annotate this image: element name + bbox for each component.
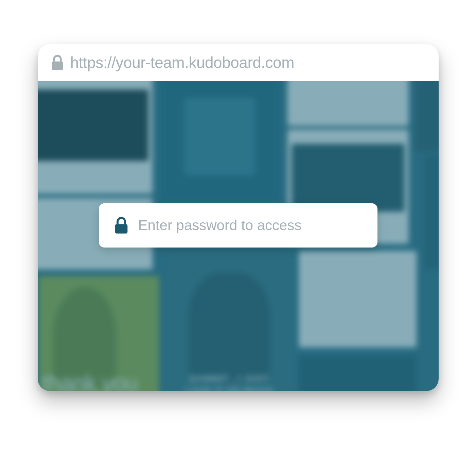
svg-rect-1 [115,224,127,234]
lock-icon [114,216,129,235]
url-bar: https://your-team.kudoboard.com [38,44,439,81]
svg-rect-0 [52,62,63,70]
password-prompt [99,203,377,248]
url-text: https://your-team.kudoboard.com [70,53,295,72]
content-area: thank you DAMMIT , I JUST LOVE IT SO MUC… [38,81,439,391]
browser-window: https://your-team.kudoboard.com [38,44,439,391]
password-input[interactable] [138,217,363,234]
lock-icon [51,54,64,71]
